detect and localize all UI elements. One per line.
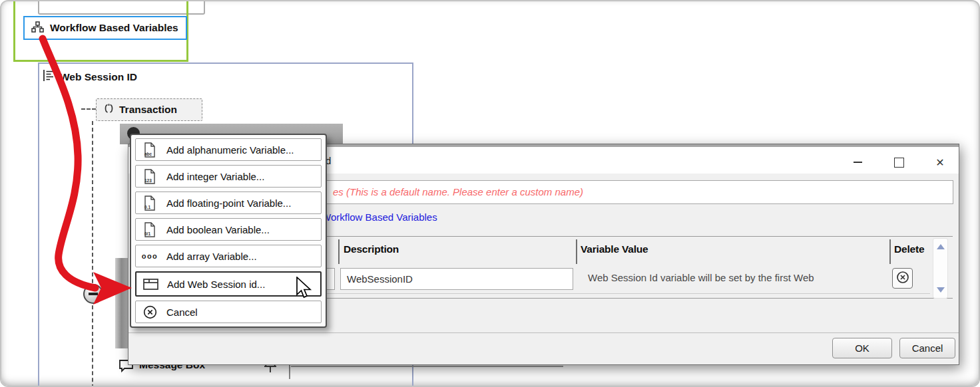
hidden-node-edge [115, 258, 129, 348]
dialog-cancel-button[interactable]: Cancel [899, 338, 955, 358]
column-separator [889, 239, 891, 264]
header-delete: Delete [894, 243, 924, 255]
cancel-circle-x-icon [142, 303, 158, 321]
doc-float-icon: 0.1 [142, 194, 158, 211]
collapse-minus-button[interactable] [83, 284, 103, 304]
menu-item-add-web-session-id[interactable]: Add Web Session id... [135, 271, 322, 297]
scroll-up-icon[interactable] [937, 244, 945, 249]
transaction-icon [103, 103, 115, 117]
button-bar-separator [128, 332, 959, 333]
header-description: Description [344, 243, 399, 255]
node-bottom-line [291, 366, 563, 367]
tree-connector-line [92, 121, 93, 387]
browser-window-icon [142, 275, 158, 293]
delete-row-button[interactable] [892, 268, 913, 289]
menu-item-add-boolean[interactable]: 0/1 Add boolean Variable... [135, 218, 322, 241]
workflow-icon [31, 21, 44, 35]
header-variable-value: Variable Value [581, 243, 648, 255]
menu-item-cancel[interactable]: Cancel [135, 301, 322, 323]
menu-item-add-array[interactable]: ooo Add array Variable... [135, 245, 322, 267]
column-separator [576, 239, 577, 264]
table-scrollbar[interactable] [933, 238, 948, 299]
screenshot-frame: Workflow Based Variables Web Session ID … [0, 0, 980, 387]
transaction-node[interactable]: Transaction [96, 98, 202, 121]
minimize-button[interactable] [846, 154, 869, 171]
menu-item-add-integer[interactable]: 123 Add integer Variable... [135, 165, 322, 188]
variable-value-text: Web Session Id variable will be set by t… [588, 272, 814, 283]
doc-abc-icon: abc [142, 141, 158, 158]
close-button[interactable]: ✕ [929, 154, 951, 171]
array-ooo-icon: ooo [142, 247, 158, 265]
ok-button[interactable]: OK [832, 338, 892, 358]
circle-x-icon [896, 271, 909, 287]
description-cell-input[interactable]: WebSessionID [340, 268, 573, 290]
scroll-down-icon[interactable] [937, 287, 945, 293]
doc-bool-icon: 0/1 [142, 221, 158, 238]
workflow-based-variables-button[interactable]: Workflow Based Variables [23, 16, 187, 40]
menu-item-add-floating-point[interactable]: 0.1 Add floating-point Variable... [135, 192, 322, 214]
minimize-icon [854, 162, 862, 163]
root-node-label: Web Session ID [60, 71, 137, 83]
workflow-variables-link[interactable]: Workflow Based Variables [322, 211, 437, 223]
menu-item-add-alphanumeric[interactable]: abc Add alphanumeric Variable... [135, 138, 322, 161]
maximize-icon [894, 158, 904, 168]
web-session-root-node[interactable]: Web Session ID [43, 69, 137, 84]
transaction-node-label: Transaction [119, 104, 177, 116]
maximize-button[interactable] [887, 154, 910, 171]
tree-connector-dash [81, 108, 96, 110]
workflow-button-label: Workflow Based Variables [50, 22, 178, 34]
doc-123-icon: 123 [142, 168, 158, 185]
mouse-cursor [296, 277, 314, 303]
list-icon [43, 69, 55, 84]
column-separator [338, 239, 340, 264]
